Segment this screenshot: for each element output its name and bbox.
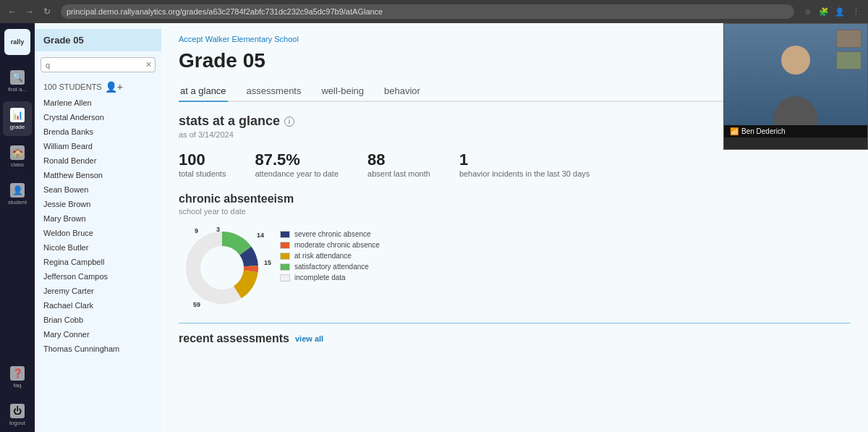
video-name-bar: 📶 Ben Dederich: [724, 125, 867, 137]
legend-item: severe chronic absence: [280, 230, 380, 238]
info-icon[interactable]: i: [284, 117, 294, 127]
sidebar-item-class-label: class: [11, 161, 24, 168]
legend-label: satisfactory attendance: [294, 263, 369, 271]
student-list-item[interactable]: Weldon Bruce: [35, 226, 161, 240]
search-input[interactable]: [46, 61, 145, 69]
absent-label: absent last month: [367, 169, 430, 178]
donut-chart: 9 3 14 15 59: [179, 224, 265, 311]
chronic-subtitle: school year to date: [179, 207, 851, 216]
absent-value: 88: [367, 151, 430, 169]
rally-logo: rally: [4, 29, 30, 55]
signal-icon: 📶: [730, 127, 739, 135]
attendance-value: 87.5%: [255, 151, 339, 169]
tab-well-being[interactable]: well-being: [320, 81, 365, 102]
sidebar-item-student[interactable]: 👤 student: [3, 177, 32, 211]
donut-wrapper: 9 3 14 15 59 severe chronic absencemoder…: [179, 224, 851, 311]
behavior-value: 1: [459, 151, 590, 169]
stat-attendance: 87.5% attendance year to date: [255, 151, 339, 178]
picture-frame-1: [836, 30, 861, 48]
legend-item: incomplete data: [280, 274, 380, 281]
student-list-item[interactable]: Regina Campbell: [35, 255, 161, 269]
forward-button[interactable]: →: [23, 5, 36, 18]
star-icon[interactable]: ☆: [801, 5, 814, 18]
student-list-item[interactable]: Nicole Butler: [35, 240, 161, 255]
legend-label: incomplete data: [294, 274, 346, 281]
view-all-link[interactable]: view all: [295, 334, 323, 343]
url-bar[interactable]: principal.demo.rallyanalytics.org/grades…: [61, 4, 794, 19]
student-list-item[interactable]: Marlene Allen: [35, 96, 161, 110]
sidebar-item-find[interactable]: 🔍 find a...: [3, 64, 32, 98]
legend-color-swatch: [280, 253, 290, 260]
sidebar-item-class[interactable]: 🏫 class: [3, 139, 32, 174]
search-clear-icon[interactable]: ✕: [145, 60, 152, 69]
student-list-item[interactable]: Thomas Cunningham: [35, 342, 161, 356]
student-icon: 👤: [10, 183, 25, 198]
chart-label-9: 9: [195, 227, 198, 234]
student-list-item[interactable]: Brian Cobb: [35, 313, 161, 327]
sidebar-item-logout-label: logout: [9, 420, 25, 426]
donut-svg: [179, 224, 265, 311]
rally-sidebar: rally 🔍 find a... 📊 grade 🏫 class 👤 stud…: [0, 23, 35, 432]
extension-icon[interactable]: 🧩: [817, 5, 830, 18]
chart-label-15: 15: [264, 259, 271, 266]
stat-absent: 88 absent last month: [367, 151, 430, 178]
find-icon: 🔍: [10, 70, 25, 85]
tab-at-a-glance[interactable]: at a glance: [179, 81, 228, 102]
student-list-item[interactable]: Mary Conner: [35, 327, 161, 342]
legend-item: at risk attendance: [280, 252, 380, 260]
total-students-value: 100: [179, 151, 226, 169]
legend-color-swatch: [280, 263, 290, 271]
menu-icon[interactable]: ⋮: [849, 5, 862, 18]
student-list: Marlene AllenCrystal AndersonBrenda Bank…: [35, 96, 161, 356]
tab-behavior[interactable]: behavior: [383, 81, 422, 102]
back-button[interactable]: ←: [6, 5, 19, 18]
student-list-item[interactable]: Brenda Banks: [35, 124, 161, 139]
chart-label-59: 59: [193, 301, 200, 308]
legend-label: at risk attendance: [294, 252, 352, 260]
profile-icon[interactable]: 👤: [833, 5, 846, 18]
legend-item: satisfactory attendance: [280, 263, 380, 271]
student-list-item[interactable]: William Beard: [35, 139, 161, 153]
student-list-item[interactable]: Jeremy Carter: [35, 284, 161, 298]
legend-label: moderate chronic absence: [294, 241, 380, 249]
add-student-icon[interactable]: 👤+: [105, 81, 123, 93]
main-wrapper: rally 🔍 find a... 📊 grade 🏫 class 👤 stud…: [0, 23, 868, 432]
grade-sidebar: Grade 05 ✕ 100 STUDENTS 👤+ Marlene Allen…: [35, 23, 161, 432]
legend-box: severe chronic absencemoderate chronic a…: [280, 230, 380, 281]
grade-search-box[interactable]: ✕: [41, 57, 156, 72]
legend-color-swatch: [280, 231, 290, 238]
sidebar-item-student-label: student: [8, 199, 27, 206]
sidebar-item-grade-label: grade: [10, 124, 25, 130]
student-list-item[interactable]: Jessie Brown: [35, 197, 161, 211]
video-person: [724, 24, 867, 125]
person-head: [781, 46, 810, 75]
sidebar-item-find-label: find a...: [8, 86, 27, 93]
grade-sidebar-header: Grade 05: [35, 29, 161, 51]
sidebar-item-logout[interactable]: ⏻ logout: [3, 397, 32, 432]
person-body: [774, 96, 817, 125]
student-list-item[interactable]: Crystal Anderson: [35, 110, 161, 124]
legend-color-swatch: [280, 274, 290, 281]
reload-button[interactable]: ↻: [41, 5, 54, 18]
chronic-section-title: chronic absenteeism: [179, 192, 851, 206]
student-list-item[interactable]: Sean Bowen: [35, 182, 161, 197]
attendance-label: attendance year to date: [255, 169, 339, 178]
browser-bar: ← → ↻ principal.demo.rallyanalytics.org/…: [0, 0, 868, 23]
tab-assessments[interactable]: assessments: [245, 81, 303, 102]
student-list-item[interactable]: Mary Brown: [35, 211, 161, 226]
students-count: 100 STUDENTS 👤+: [35, 78, 161, 96]
logout-icon: ⏻: [10, 404, 25, 418]
grade-icon: 📊: [10, 108, 25, 122]
student-list-item[interactable]: Jefferson Campos: [35, 269, 161, 284]
sidebar-item-faq[interactable]: ❓ faq: [3, 360, 32, 394]
stat-behavior: 1 behavior incidents in the last 30 days: [459, 151, 590, 178]
stats-row: 100 total students 87.5% attendance year…: [179, 151, 851, 178]
student-list-item[interactable]: Ronald Bender: [35, 153, 161, 168]
picture-frame-2: [836, 51, 861, 69]
faq-icon: ❓: [10, 366, 25, 381]
recent-assessments-title: recent assessments view all: [179, 332, 851, 345]
student-list-item[interactable]: Matthew Benson: [35, 168, 161, 182]
sidebar-item-grade[interactable]: 📊 grade: [3, 101, 32, 136]
student-list-item[interactable]: Rachael Clark: [35, 298, 161, 313]
video-overlay: 📶 Ben Dederich: [723, 23, 868, 150]
